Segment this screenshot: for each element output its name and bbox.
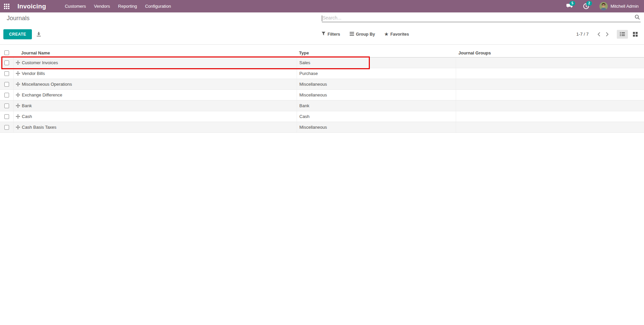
row-checkbox[interactable] xyxy=(4,71,9,76)
journal-type-cell: Miscellaneous xyxy=(297,79,456,89)
journal-type-cell: Bank xyxy=(297,100,456,111)
journals-list: Journal Name Type Journal Groups Custome… xyxy=(0,48,644,133)
column-header-type[interactable]: Type xyxy=(297,48,456,57)
journal-groups-cell xyxy=(456,79,644,89)
menu-reporting[interactable]: Reporting xyxy=(114,0,141,12)
table-row[interactable]: Exchange Difference Miscellaneous xyxy=(0,90,644,100)
journal-type: Miscellaneous xyxy=(299,82,327,87)
journal-type-cell: Miscellaneous xyxy=(297,90,456,100)
drag-handle-icon[interactable] xyxy=(16,60,20,65)
group-by-label: Group By xyxy=(356,32,375,37)
journal-type-cell: Cash xyxy=(297,111,456,122)
row-checkbox-cell xyxy=(0,68,13,79)
select-all-cell xyxy=(0,48,13,57)
menu-vendors[interactable]: Vendors xyxy=(90,0,114,12)
navbar-right: 5 2 Mitchell Adm xyxy=(566,2,639,10)
breadcrumb: Journals xyxy=(7,15,30,22)
journal-name-cell: Vendor Bills xyxy=(13,68,297,79)
journal-name: Cash xyxy=(22,114,32,119)
journal-groups-cell xyxy=(456,68,644,79)
search-options: Filters Group By ★ Favorites xyxy=(321,32,418,37)
table-row[interactable]: Vendor Bills Purchase xyxy=(0,68,644,79)
row-checkbox[interactable] xyxy=(4,104,9,108)
app-title[interactable]: Invoicing xyxy=(17,3,46,10)
pager-next-icon[interactable] xyxy=(603,31,611,38)
row-checkbox-cell xyxy=(0,57,13,68)
drag-handle-icon[interactable] xyxy=(16,93,20,97)
row-checkbox[interactable] xyxy=(4,125,9,130)
kanban-view-button[interactable] xyxy=(630,30,641,39)
journal-name-cell: Customer Invoices xyxy=(13,57,297,68)
drag-handle-icon[interactable] xyxy=(16,114,20,119)
table-row[interactable]: Customer Invoices Sales xyxy=(0,57,644,68)
journal-type: Miscellaneous xyxy=(299,125,327,130)
list-header-row: Journal Name Type Journal Groups xyxy=(0,48,644,57)
journal-type: Purchase xyxy=(299,71,318,76)
pager-value: 1-7 / 7 xyxy=(576,32,589,37)
journal-type-cell: Purchase xyxy=(297,68,456,79)
group-by-button[interactable]: Group By xyxy=(350,32,375,37)
journal-groups-cell xyxy=(456,90,644,100)
menu-customers[interactable]: Customers xyxy=(61,0,90,12)
journal-name: Cash Basis Taxes xyxy=(22,125,56,130)
journal-type: Sales xyxy=(299,60,310,65)
top-navbar: Invoicing Customers Vendors Reporting Co… xyxy=(0,0,644,12)
export-download-icon[interactable] xyxy=(36,32,41,37)
table-row[interactable]: Cash Cash xyxy=(0,111,644,122)
journal-name: Vendor Bills xyxy=(22,71,45,76)
journal-type-cell: Sales xyxy=(297,57,456,68)
row-checkbox-cell xyxy=(0,122,13,132)
journal-name-cell: Bank xyxy=(13,100,297,111)
filter-funnel-icon xyxy=(321,32,326,37)
column-header-journal-name[interactable]: Journal Name xyxy=(13,48,297,57)
list-view-button[interactable] xyxy=(617,30,628,39)
select-all-checkbox[interactable] xyxy=(4,50,9,55)
row-checkbox-cell xyxy=(0,90,13,100)
main-menu: Customers Vendors Reporting Configuratio… xyxy=(61,0,175,12)
pager-previous-icon[interactable] xyxy=(595,31,603,38)
menu-configuration[interactable]: Configuration xyxy=(141,0,175,12)
messages-button[interactable]: 5 xyxy=(566,3,573,10)
search-bar xyxy=(322,14,641,22)
row-checkbox[interactable] xyxy=(4,60,9,65)
drag-handle-icon[interactable] xyxy=(16,104,20,108)
journal-groups-cell xyxy=(456,100,644,111)
pager: 1-7 / 7 xyxy=(576,30,641,39)
journal-name: Miscellaneous Operations xyxy=(22,82,72,87)
search-input[interactable] xyxy=(322,14,635,21)
table-row[interactable]: Cash Basis Taxes Miscellaneous xyxy=(0,122,644,133)
row-checkbox-cell xyxy=(0,111,13,122)
table-row[interactable]: Miscellaneous Operations Miscellaneous xyxy=(0,79,644,90)
create-button[interactable]: CREATE xyxy=(3,29,32,39)
apps-grid-icon[interactable] xyxy=(4,4,9,9)
row-checkbox[interactable] xyxy=(4,93,9,97)
list-body: Customer Invoices Sales Vendor Bills Pur… xyxy=(0,57,644,133)
navbar-left: Invoicing Customers Vendors Reporting Co… xyxy=(4,0,175,12)
activities-button[interactable]: 2 xyxy=(583,3,589,10)
table-row[interactable]: Bank Bank xyxy=(0,100,644,111)
journal-name: Bank xyxy=(22,103,32,108)
drag-handle-icon[interactable] xyxy=(16,125,20,129)
text-caret xyxy=(322,15,322,21)
journal-type: Miscellaneous xyxy=(299,92,327,97)
column-header-journal-groups[interactable]: Journal Groups xyxy=(456,48,644,57)
row-checkbox-cell xyxy=(0,79,13,89)
group-by-icon xyxy=(350,32,354,37)
journal-name-cell: Cash xyxy=(13,111,297,122)
view-switcher xyxy=(617,30,641,39)
filters-label: Filters xyxy=(328,32,340,37)
drag-handle-icon[interactable] xyxy=(16,71,20,76)
search-icon[interactable] xyxy=(635,14,640,21)
drag-handle-icon[interactable] xyxy=(16,82,20,86)
journal-name: Exchange Difference xyxy=(22,92,62,97)
user-name: Mitchell Admin xyxy=(610,4,639,9)
row-checkbox[interactable] xyxy=(4,82,9,87)
filters-button[interactable]: Filters xyxy=(321,32,340,37)
journal-groups-cell xyxy=(456,122,644,132)
user-menu[interactable]: Mitchell Admin xyxy=(599,2,639,10)
favorites-button[interactable]: ★ Favorites xyxy=(384,32,409,37)
activities-badge: 2 xyxy=(586,1,592,6)
favorites-label: Favorites xyxy=(390,32,409,37)
row-checkbox[interactable] xyxy=(4,114,9,119)
journal-groups-cell xyxy=(456,111,644,122)
